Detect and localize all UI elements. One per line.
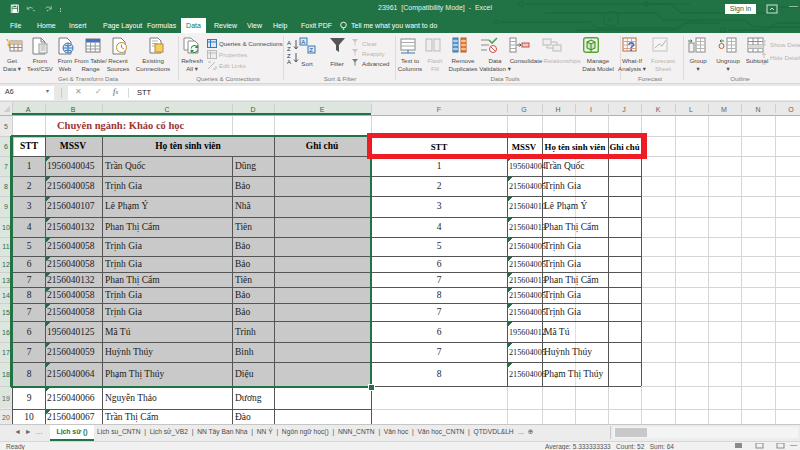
svg-text:C: C: [164, 106, 169, 113]
svg-text:2156040058: 2156040058: [47, 290, 95, 300]
svg-text:Bảo: Bảo: [235, 290, 251, 300]
svg-text:2156040132: 2156040132: [47, 275, 95, 285]
svg-text:2156040058: 2156040058: [47, 307, 95, 317]
svg-text:Bảo: Bảo: [235, 307, 251, 317]
svg-text:195604012: 195604012: [509, 328, 546, 337]
svg-text:195604004: 195604004: [509, 162, 546, 171]
svg-text:17: 17: [2, 349, 10, 356]
svg-text:Trịnh Gia: Trịnh Gia: [105, 307, 143, 318]
svg-text:Huỳnh Thúy: Huỳnh Thúy: [105, 347, 153, 357]
svg-text:13: 13: [2, 277, 10, 284]
svg-text:A: A: [301, 39, 305, 45]
svg-text:Lê Phạm Ý: Lê Phạm Ý: [544, 200, 587, 211]
svg-text:10: 10: [2, 224, 10, 231]
svg-text:STT: STT: [20, 141, 39, 151]
svg-text:3: 3: [437, 201, 442, 211]
svg-text:MSSV: MSSV: [60, 141, 87, 151]
svg-text:A: A: [287, 59, 291, 64]
svg-text:215604005: 215604005: [509, 260, 546, 269]
svg-text:J: J: [622, 106, 626, 113]
svg-text:2156040132: 2156040132: [47, 222, 95, 232]
svg-text:8: 8: [4, 183, 8, 190]
svg-text:2156040058: 2156040058: [47, 181, 95, 191]
svg-text:Trịnh Gia: Trịnh Gia: [544, 181, 582, 192]
svg-text:Z: Z: [287, 46, 291, 52]
svg-text:Trịnh Gia: Trịnh Gia: [544, 241, 582, 252]
svg-text:20: 20: [2, 414, 10, 421]
svg-text:Trinh: Trinh: [235, 327, 256, 337]
svg-text:2: 2: [437, 181, 442, 191]
svg-text:O: O: [788, 106, 794, 113]
svg-text:Trịnh Gia: Trịnh Gia: [105, 259, 143, 270]
svg-text:7: 7: [27, 275, 32, 285]
svg-text:A: A: [26, 106, 31, 113]
svg-text:Mã Tú: Mã Tú: [544, 327, 570, 337]
svg-text:Tiên: Tiên: [235, 275, 252, 285]
svg-text:7: 7: [27, 307, 32, 317]
svg-text:Bảo: Bảo: [235, 181, 251, 191]
svg-text:15: 15: [2, 309, 10, 316]
svg-text:14: 14: [2, 292, 10, 299]
svg-text:Z: Z: [309, 47, 313, 53]
svg-text:Bảo: Bảo: [235, 241, 251, 251]
svg-text:12: 12: [2, 261, 10, 268]
svg-text:215604006: 215604006: [509, 370, 546, 379]
svg-text:Ghi chú: Ghi chú: [609, 142, 639, 152]
svg-text:1956040125: 1956040125: [47, 327, 95, 337]
svg-text:G: G: [521, 106, 526, 113]
svg-text:2156040064: 2156040064: [47, 369, 95, 379]
svg-text:19: 19: [2, 395, 10, 402]
svg-text:Huỳnh Thúy: Huỳnh Thúy: [544, 347, 592, 357]
svg-text:Lê Phạm Ý: Lê Phạm Ý: [105, 200, 148, 211]
svg-text:Nguyễn Thảo: Nguyễn Thảo: [105, 393, 157, 403]
svg-text:Trịnh Gia: Trịnh Gia: [105, 181, 143, 192]
svg-text:Chuyên ngành: Khảo cổ học: Chuyên ngành: Khảo cổ học: [57, 120, 185, 131]
svg-text:215604005: 215604005: [509, 348, 546, 357]
svg-text:Trần Thị Cẩm: Trần Thị Cẩm: [105, 412, 159, 423]
svg-text:2156040058: 2156040058: [47, 241, 95, 251]
svg-text:215604010: 215604010: [509, 202, 546, 211]
svg-text:Đào: Đào: [235, 412, 251, 422]
svg-text:215604005: 215604005: [509, 291, 546, 300]
svg-text:Diệu: Diệu: [235, 369, 254, 379]
svg-text:Phan Thị Cẩm: Phan Thị Cẩm: [105, 222, 160, 233]
svg-text:Trịnh Gia: Trịnh Gia: [105, 241, 143, 252]
svg-text:Trịnh Gia: Trịnh Gia: [105, 290, 143, 301]
svg-text:215604013: 215604013: [509, 223, 546, 232]
svg-text:7: 7: [27, 347, 32, 357]
svg-text:L: L: [689, 106, 693, 113]
svg-text:4: 4: [27, 222, 32, 232]
svg-text:6: 6: [27, 259, 32, 269]
svg-text:2156040058: 2156040058: [47, 259, 95, 269]
svg-text:2156040067: 2156040067: [47, 412, 95, 422]
svg-text:I: I: [590, 106, 592, 113]
svg-text:7: 7: [4, 163, 8, 170]
svg-text:Ghi chú: Ghi chú: [306, 141, 339, 151]
svg-text:5: 5: [27, 241, 32, 251]
svg-text:8: 8: [437, 369, 442, 379]
svg-text:Họ tên sinh viên: Họ tên sinh viên: [545, 142, 606, 152]
svg-text:N: N: [755, 106, 760, 113]
svg-text:M: M: [721, 106, 727, 113]
svg-text:2: 2: [27, 181, 32, 191]
svg-text:Bình: Bình: [235, 347, 254, 357]
svg-text:8: 8: [27, 290, 32, 300]
svg-text:215604013: 215604013: [509, 276, 546, 285]
svg-text:2156040059: 2156040059: [47, 347, 95, 357]
svg-text:Nhã: Nhã: [235, 201, 252, 211]
svg-text:10: 10: [24, 412, 34, 422]
svg-text:18: 18: [2, 371, 10, 378]
svg-text:6: 6: [27, 327, 32, 337]
svg-text:8: 8: [437, 290, 442, 300]
svg-text:9: 9: [4, 203, 8, 210]
svg-text:9: 9: [27, 393, 32, 403]
svg-text:Tiên: Tiên: [235, 222, 252, 232]
svg-text:Dũng: Dũng: [235, 161, 256, 171]
svg-text:E: E: [320, 106, 325, 113]
svg-text:R: R: [608, 15, 614, 24]
svg-text:F: F: [437, 106, 441, 113]
svg-text:?: ?: [628, 40, 635, 54]
svg-text:Dương: Dương: [235, 393, 262, 403]
svg-text:Trần Quốc: Trần Quốc: [105, 161, 146, 171]
svg-text:5: 5: [437, 241, 442, 251]
